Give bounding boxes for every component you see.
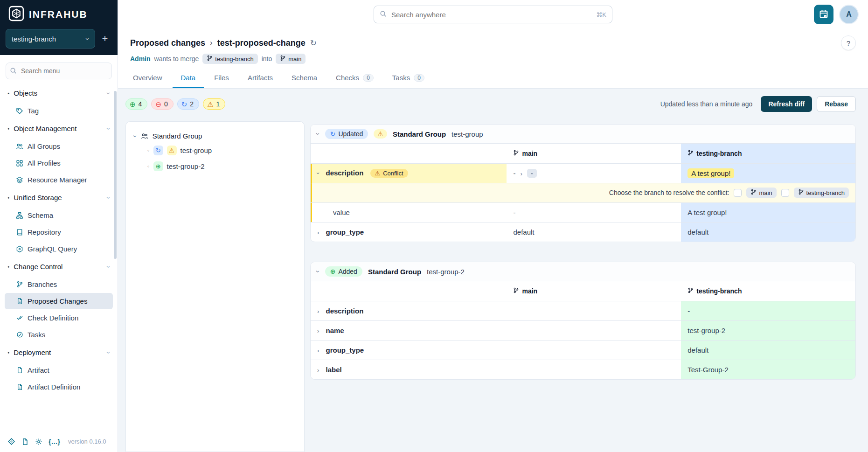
braces-icon[interactable]: {…} bbox=[49, 438, 60, 445]
tab-bar: Overview Data Files Artifacts Schema Che… bbox=[118, 69, 868, 89]
sidebar: INFRAHUB testing-branch › + ● Objects › bbox=[0, 0, 118, 452]
column-header-label: testing-branch bbox=[696, 150, 742, 157]
circle-bullet-icon: ◦ bbox=[147, 147, 150, 154]
refresh-icon[interactable]: ↻ bbox=[310, 38, 317, 48]
sidebar-item-branches[interactable]: Branches bbox=[5, 276, 113, 292]
column-header-label: main bbox=[522, 150, 537, 157]
proposed-changes-icon bbox=[16, 298, 23, 305]
sidebar-item-schema[interactable]: Schema bbox=[5, 207, 113, 223]
branch-icon bbox=[280, 55, 286, 63]
chevron-down-icon: › bbox=[105, 351, 113, 354]
sidebar-item-tasks[interactable]: Tasks bbox=[5, 327, 113, 343]
updated-count: 2 bbox=[190, 100, 194, 108]
avatar[interactable]: A bbox=[839, 5, 859, 24]
column-header-label: testing-branch bbox=[696, 287, 742, 295]
chevron-right-icon[interactable]: › bbox=[317, 367, 319, 374]
branch-icon bbox=[798, 189, 804, 196]
diff-card-header[interactable]: › ↻ Updated ⚠ Standard Group test-group bbox=[311, 125, 855, 144]
menu-search bbox=[6, 63, 112, 79]
sidebar-item-label: Tasks bbox=[28, 331, 45, 339]
schedule-button[interactable] bbox=[814, 5, 833, 24]
sidebar-item-all-profiles[interactable]: All Profiles bbox=[5, 155, 113, 171]
chevron-right-icon[interactable]: › bbox=[317, 327, 319, 334]
add-branch-button[interactable]: + bbox=[98, 29, 112, 49]
updated-count-chip: ↻ 2 bbox=[177, 98, 199, 110]
file-icon[interactable] bbox=[21, 438, 29, 445]
refresh-icon: ↻ bbox=[330, 130, 336, 138]
diff-column-header-row: main testing-branch bbox=[311, 281, 855, 301]
tab-checks[interactable]: Checks 0 bbox=[327, 69, 382, 88]
main-new-value: - bbox=[527, 169, 537, 178]
menu-section-unified-storage[interactable]: ● Unified Storage › bbox=[5, 188, 113, 207]
tab-label: Checks bbox=[336, 74, 359, 82]
sidebar-item-proposed-changes[interactable]: Proposed Changes bbox=[5, 293, 113, 309]
main-column-header: main bbox=[513, 287, 537, 295]
logo[interactable]: INFRAHUB bbox=[0, 0, 118, 29]
global-search[interactable]: ⌘K bbox=[374, 6, 612, 23]
tab-tasks[interactable]: Tasks 0 bbox=[384, 69, 433, 88]
sidebar-scrollbar[interactable] bbox=[114, 91, 117, 259]
sidebar-item-artifact-definition[interactable]: Artifact Definition bbox=[5, 379, 113, 395]
menu-section-objects[interactable]: ● Objects › bbox=[5, 84, 113, 102]
breadcrumb-parent[interactable]: Proposed changes bbox=[130, 38, 205, 48]
sidebar-item-artifact[interactable]: Artifact bbox=[5, 362, 113, 378]
tab-artifacts[interactable]: Artifacts bbox=[239, 69, 281, 88]
diff-card-header[interactable]: › ⊕ Added Standard Group test-group-2 bbox=[311, 262, 855, 281]
diff-row-label: › label Test-Group-2 bbox=[311, 360, 855, 379]
status-label: Updated bbox=[338, 130, 363, 138]
tab-data[interactable]: Data bbox=[173, 69, 204, 88]
content-area: › Standard Group ◦ ↻ ⚠ test-group ◦ ⊕ te… bbox=[118, 118, 868, 452]
sidebar-item-check-definition[interactable]: Check Definition bbox=[5, 310, 113, 326]
branch-icon bbox=[750, 189, 757, 196]
calendar-icon bbox=[819, 9, 828, 20]
sidebar-item-tag[interactable]: Tag bbox=[5, 103, 113, 119]
chevron-down-icon[interactable]: › bbox=[315, 172, 322, 174]
sidebar-item-resource-manager[interactable]: Resource Manager bbox=[5, 172, 113, 188]
sidebar-menu: ● Objects › Tag ● Object Management › Al… bbox=[0, 82, 118, 432]
menu-section-deployment[interactable]: ● Deployment › bbox=[5, 343, 113, 362]
tab-schema[interactable]: Schema bbox=[283, 69, 326, 88]
chevron-right-icon[interactable]: › bbox=[317, 229, 319, 236]
menu-section-change-control[interactable]: ● Change Control › bbox=[5, 257, 113, 276]
resolve-main-checkbox[interactable] bbox=[734, 189, 742, 197]
tree-node-test-group[interactable]: ◦ ↻ ⚠ test-group bbox=[147, 146, 296, 155]
menu-search-input[interactable] bbox=[6, 63, 112, 79]
sidebar-item-label: GraphQL Query bbox=[28, 245, 77, 253]
warning-icon: ⚠ bbox=[167, 146, 177, 155]
branch-selector[interactable]: testing-branch › bbox=[6, 29, 95, 49]
sidebar-item-graphql-query[interactable]: GraphQL Query bbox=[5, 241, 113, 257]
page-header: Proposed changes › test-proposed-change … bbox=[118, 29, 868, 89]
tree-node-test-group-2[interactable]: ◦ ⊕ test-group-2 bbox=[147, 161, 296, 171]
tree-node-label: test-group bbox=[181, 146, 212, 154]
source-branch-badge: testing-branch bbox=[202, 54, 257, 64]
refresh-diff-button[interactable]: Refresh diff bbox=[761, 96, 812, 112]
docs-icon[interactable] bbox=[7, 438, 15, 445]
gear-icon[interactable] bbox=[35, 438, 42, 445]
sidebar-item-all-groups[interactable]: All Groups bbox=[5, 138, 113, 154]
status-label: Added bbox=[338, 268, 357, 275]
testing-branch-badge[interactable]: testing-branch bbox=[794, 188, 849, 198]
chevron-right-icon[interactable]: › bbox=[317, 308, 319, 315]
help-button[interactable]: ? bbox=[841, 35, 856, 50]
sidebar-item-repository[interactable]: Repository bbox=[5, 224, 113, 240]
main-branch-badge[interactable]: main bbox=[746, 188, 776, 198]
chevron-right-icon[interactable]: › bbox=[317, 347, 319, 354]
sidebar-item-label: Proposed Changes bbox=[28, 297, 87, 305]
tab-files[interactable]: Files bbox=[206, 69, 237, 88]
global-search-input[interactable] bbox=[390, 10, 592, 19]
rebase-button[interactable]: Rebase bbox=[817, 96, 856, 112]
sidebar-item-label: Schema bbox=[28, 211, 53, 219]
tab-label: Tasks bbox=[392, 74, 410, 82]
conflict-label: Conflict bbox=[383, 170, 403, 177]
sidebar-footer: {…} version 0.16.0 bbox=[0, 432, 118, 452]
bullet-icon: ● bbox=[7, 91, 9, 95]
tab-overview[interactable]: Overview bbox=[125, 69, 171, 88]
branch-value: A test group! bbox=[687, 168, 734, 178]
merge-text: wants to merge bbox=[154, 55, 199, 63]
menu-section-object-management[interactable]: ● Object Management › bbox=[5, 119, 113, 138]
diff-card-test-group: › ↻ Updated ⚠ Standard Group test-group bbox=[310, 124, 856, 242]
target-branch-name: main bbox=[288, 56, 301, 63]
bullet-icon: ● bbox=[7, 265, 9, 268]
tree-node-standard-group[interactable]: › Standard Group bbox=[134, 132, 296, 140]
resolve-branch-checkbox[interactable] bbox=[781, 189, 789, 197]
